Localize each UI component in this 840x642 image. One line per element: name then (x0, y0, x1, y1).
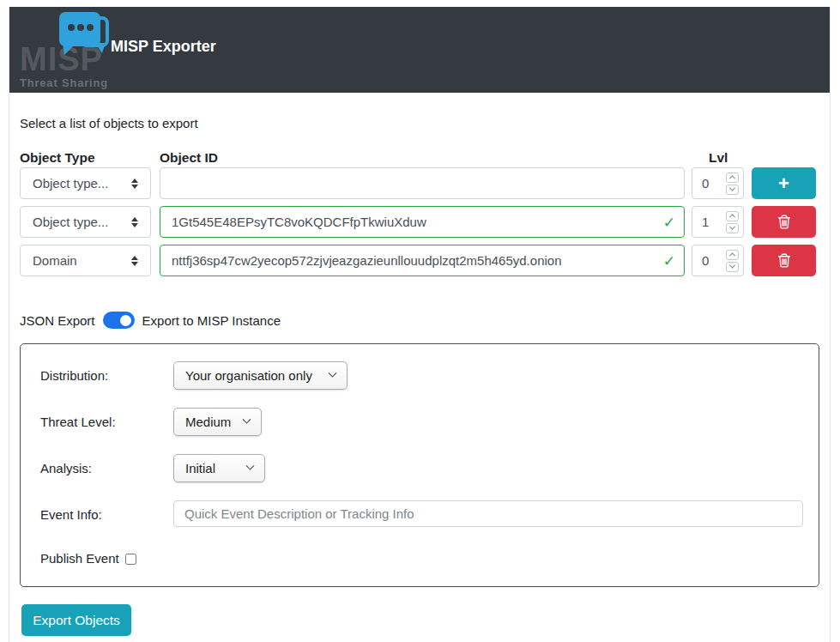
lvl-input[interactable] (702, 215, 724, 229)
publish-event-row: Publish Event (40, 551, 136, 566)
export-objects-button[interactable]: Export Objects (21, 604, 131, 636)
publish-event-label: Publish Event (40, 551, 119, 566)
object-id-input[interactable] (160, 206, 685, 238)
column-header-object-id: Object ID (160, 150, 218, 166)
number-spinner (726, 250, 739, 272)
spinner-up-icon[interactable] (726, 250, 739, 260)
select-updown-icon (131, 179, 138, 189)
object-row: Object type... ✓ (9, 206, 831, 238)
object-type-select-value: Object type... (33, 215, 131, 229)
select-updown-icon (131, 217, 138, 227)
object-row: Object type... ✓ + (9, 167, 831, 199)
app-header: MISP Threat Sharing MISP Exporter (9, 7, 830, 93)
misp-logo-tagline: Threat Sharing (20, 77, 108, 88)
threat-level-label: Threat Level: (40, 415, 116, 429)
page-container: MISP Threat Sharing MISP Exporter Select… (9, 7, 831, 642)
analysis-select-value: Initial (185, 461, 235, 475)
object-id-field: ✓ (160, 245, 685, 276)
lvl-input[interactable] (702, 253, 724, 268)
object-id-field: ✓ (160, 206, 685, 238)
object-type-select-value: Domain (33, 253, 131, 268)
export-mode-row: JSON Export Export to MISP Instance (20, 312, 281, 329)
lvl-field (692, 206, 744, 238)
spinner-up-icon[interactable] (726, 211, 739, 221)
add-row-button[interactable]: + (752, 167, 816, 199)
delete-row-button[interactable] (752, 206, 816, 238)
spinner-down-icon[interactable] (726, 262, 739, 272)
export-mode-toggle[interactable] (103, 312, 135, 329)
lvl-field (692, 167, 744, 199)
object-id-field: ✓ (160, 167, 685, 199)
event-info-label: Event Info: (40, 507, 102, 522)
number-spinner (726, 173, 739, 195)
object-type-select[interactable]: Domain (20, 245, 151, 276)
event-info-input[interactable] (173, 500, 803, 527)
object-type-select-value: Object type... (33, 176, 131, 191)
chevron-down-icon (329, 369, 337, 378)
spinner-down-icon[interactable] (726, 185, 739, 195)
trash-icon (777, 253, 791, 268)
distribution-select[interactable]: Your organisation only (173, 361, 347, 390)
trash-icon (777, 215, 791, 229)
delete-row-button[interactable] (752, 245, 816, 276)
misp-chat-bubble-icon (52, 10, 112, 62)
number-spinner (726, 211, 739, 233)
json-export-label: JSON Export (20, 313, 95, 328)
spinner-up-icon[interactable] (726, 173, 739, 183)
distribution-label: Distribution: (40, 368, 108, 383)
object-type-select[interactable]: Object type... (20, 206, 151, 238)
lvl-field (692, 245, 744, 276)
column-header-lvl: Lvl (709, 150, 728, 166)
object-id-input[interactable] (160, 245, 685, 276)
threat-level-select-value: Medium (185, 415, 232, 429)
lvl-input[interactable] (702, 176, 724, 191)
spinner-down-icon[interactable] (726, 223, 739, 233)
misp-instance-label: Export to MISP Instance (142, 313, 281, 328)
threat-level-select[interactable]: Medium (173, 408, 262, 436)
publish-event-checkbox[interactable] (125, 554, 136, 565)
column-header-object-type: Object Type (20, 150, 95, 166)
select-updown-icon (131, 256, 138, 266)
analysis-label: Analysis: (40, 461, 92, 475)
page-title: MISP Exporter (111, 38, 216, 56)
chevron-down-icon (246, 462, 255, 470)
object-id-input[interactable] (160, 167, 685, 199)
valid-check-icon: ✓ (663, 213, 675, 231)
distribution-select-value: Your organisation only (185, 368, 317, 383)
toggle-knob-icon (118, 313, 133, 328)
analysis-select[interactable]: Initial (173, 454, 265, 482)
chevron-down-icon (243, 415, 251, 424)
object-type-select[interactable]: Object type... (20, 167, 151, 199)
object-row: Domain ✓ (9, 245, 831, 276)
misp-options-panel: Distribution: Your organisation only Thr… (20, 343, 819, 587)
intro-text: Select a list of objects to export (20, 116, 198, 130)
valid-check-icon: ✓ (663, 251, 675, 270)
